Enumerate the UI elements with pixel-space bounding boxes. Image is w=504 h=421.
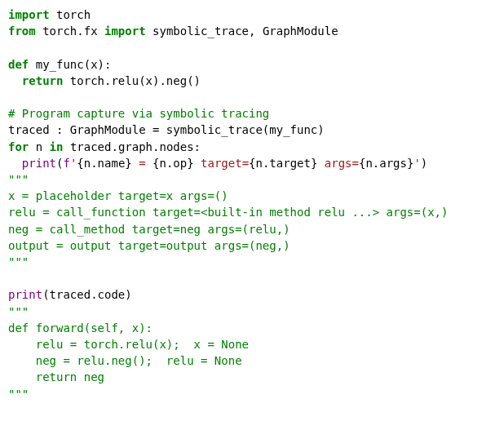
docstring-line: neg = relu.neg(); relu = None: [8, 354, 242, 367]
docstring-sig: forward(self, x):: [29, 321, 153, 335]
code-line: def forward(self, x):: [8, 321, 153, 335]
function-signature: my_func(x):: [29, 58, 111, 71]
keyword-import: import: [8, 8, 50, 21]
code-line: print(f'{n.name} = {n.op} target={n.targ…: [8, 157, 427, 170]
fstring-prefix: f: [63, 157, 69, 170]
iterable: traced.graph.nodes:: [63, 140, 201, 153]
docstring-delim: """: [8, 388, 29, 401]
docstring-line: x = placeholder target=x args=(): [8, 189, 228, 202]
code-block: import torch from torch.fx import symbol…: [0, 0, 504, 409]
keyword-import: import: [104, 24, 146, 38]
code-line: neg = call_method target=neg args=(relu,…: [8, 223, 290, 236]
code-line: """: [8, 305, 29, 318]
docstring-delim: """: [8, 255, 29, 268]
docstring-line: relu = torch.relu(x); x = None: [8, 338, 249, 351]
statement: traced : GraphModule = symbolic_trace(my…: [8, 123, 325, 136]
code-line: """: [8, 173, 29, 186]
keyword-def: def: [8, 58, 29, 71]
fstring-interp: {n.args}: [359, 157, 413, 170]
keyword-for: for: [8, 140, 29, 153]
string-segment: =: [132, 157, 153, 170]
code-line: traced : GraphModule = symbolic_trace(my…: [8, 123, 325, 136]
paren-close: ): [421, 157, 427, 170]
docstring-line: output = output target=output args=(neg,…: [8, 239, 290, 252]
docstring-delim: """: [8, 305, 29, 318]
docstring-def: def: [8, 321, 29, 335]
docstring-delim: """: [8, 173, 29, 186]
fstring-interp: {n.name}: [77, 157, 131, 170]
module-name: torch: [50, 8, 91, 21]
keyword-return: return: [22, 74, 64, 87]
code-line: relu = call_function target=<built-in me…: [8, 206, 448, 219]
code-line: output = output target=output args=(neg,…: [8, 239, 290, 252]
fstring-interp: {n.target}: [249, 157, 317, 170]
code-line: return neg: [8, 370, 104, 383]
builtin-print: print: [22, 157, 56, 170]
code-line: return torch.relu(x).neg(): [8, 74, 201, 87]
code-line: import torch: [8, 8, 91, 21]
keyword-in: in: [50, 140, 64, 153]
code-line: """: [8, 255, 29, 268]
indent: [8, 157, 22, 170]
code-line: neg = relu.neg(); relu = None: [8, 354, 242, 367]
code-line: for n in traced.graph.nodes:: [8, 140, 201, 153]
code-line: print(traced.code): [8, 288, 132, 301]
string-quote: ': [413, 157, 420, 170]
indent: [8, 74, 22, 87]
module-name: torch.fx: [36, 24, 104, 38]
call-args: (traced.code): [42, 288, 132, 301]
import-names: symbolic_trace, GraphModule: [146, 24, 338, 38]
code-line: """: [8, 388, 29, 401]
string-segment: args=: [317, 157, 359, 170]
string-segment: target=: [194, 157, 249, 170]
docstring-line: neg = call_method target=neg args=(relu,…: [8, 223, 290, 236]
comment: # Program capture via symbolic tracing: [8, 107, 269, 120]
code-line: # Program capture via symbolic tracing: [8, 107, 269, 120]
code-line: from torch.fx import symbolic_trace, Gra…: [8, 24, 338, 38]
docstring-line: relu = call_function target=<built-in me…: [8, 206, 448, 219]
expression: torch.relu(x).neg(): [63, 74, 201, 87]
fstring-interp: {n.op}: [153, 157, 194, 170]
builtin-print: print: [8, 288, 42, 301]
loop-var: n: [29, 140, 49, 153]
code-line: relu = torch.relu(x); x = None: [8, 338, 249, 351]
code-line: x = placeholder target=x args=(): [8, 189, 228, 202]
docstring-line: return neg: [8, 370, 104, 383]
code-line: def my_func(x):: [8, 58, 111, 71]
keyword-from: from: [8, 24, 36, 38]
